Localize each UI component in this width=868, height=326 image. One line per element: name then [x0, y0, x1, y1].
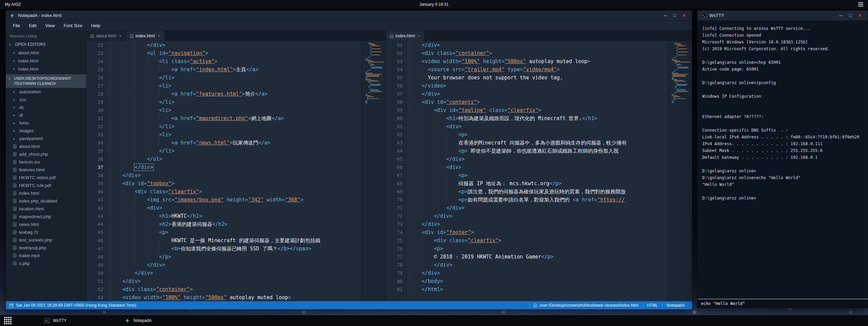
file-item-features.html[interactable]: features.html [6, 166, 86, 174]
open-editor-item[interactable]: ×index.html [6, 57, 86, 65]
file-item-test_sockets.php[interactable]: test_sockets.php [6, 236, 86, 244]
file-item-news.html[interactable]: news.html [6, 220, 86, 228]
code-line: <video width="100%" height="500px" autop… [110, 293, 361, 301]
folder-item-dc[interactable]: ▸dc [6, 103, 86, 111]
wstty-icon: >_ [44, 318, 50, 323]
file-item-index.php_disabled[interactable]: index.php_disabled [6, 197, 86, 205]
terminal-input[interactable] [701, 301, 864, 306]
line-number: 50 [87, 269, 103, 277]
terminal-line: (c) 2019 Microsoft Corporation. All righ… [702, 45, 863, 52]
code-line: <div class="container"> [110, 285, 361, 293]
minimap-line [678, 68, 689, 69]
file-item-location.html[interactable]: location.html [6, 205, 86, 213]
file-item-HKWTC rule.pdf[interactable]: HKWTC rule.pdf [6, 181, 86, 189]
close-editor-icon[interactable]: × [13, 50, 15, 55]
file-item-HKWTC notice.pdf[interactable]: HKWTC notice.pdf [6, 174, 86, 181]
wstty-titlebar[interactable]: >_ WsTTY ─ □ × [697, 11, 868, 21]
code-line: <h2>香港的建築伺服器</h2> [110, 220, 361, 228]
line-number: 81 [386, 285, 403, 293]
minimap-line [672, 59, 673, 59]
minimize-icon[interactable]: ─ [836, 12, 845, 19]
file-item-add_vhost.php[interactable]: add_vhost.php [6, 150, 86, 158]
minimap[interactable] [668, 41, 692, 301]
minimap-line [365, 59, 367, 59]
file-item-x.php[interactable]: x.php [6, 260, 86, 267]
code-line: <div> [409, 163, 668, 171]
line-number-gutter[interactable]: 2223242526272829303132333435363738394041… [87, 41, 108, 301]
menu-file[interactable]: File [8, 23, 24, 28]
minimap-line [368, 81, 380, 82]
folder-item-images[interactable]: ▸images [6, 127, 86, 135]
line-number-gutter[interactable]: 5152535455565758596061626364656667686970… [386, 41, 408, 301]
minimap-line [368, 43, 374, 44]
taskbar-item-wstty[interactable]: >_ WsTTY [41, 315, 70, 326]
minimap-line [673, 98, 685, 99]
terminal-line: Ethernet adapter ?A?????: [702, 113, 863, 120]
folder-item-dl[interactable]: ▸dl [6, 111, 86, 119]
menu-font-size[interactable]: Font Size [59, 23, 87, 28]
code-line: <div> [409, 122, 668, 131]
file-item-favicon.ico[interactable]: favicon.ico [6, 158, 86, 166]
close-tab-icon[interactable]: × [158, 34, 160, 38]
code-line: <a href="news.html">玩家傳送門</a> [110, 139, 361, 147]
file-item-mapredirect.php[interactable]: mapredirect.php [6, 213, 86, 220]
file-item-teabag.7z[interactable]: teabag.7z [6, 228, 86, 236]
file-icon [13, 254, 16, 257]
taskbar-item-notepada[interactable]: NotepadA [121, 315, 155, 326]
code-editor-area[interactable]: </div> <ul id="navigation"> <li class="a… [108, 41, 361, 301]
folder-item-autostation[interactable]: ▸autostation [6, 88, 86, 96]
file-item-about.html[interactable]: about.html [6, 142, 86, 150]
close-icon[interactable]: × [855, 12, 864, 19]
line-number: 51 [87, 277, 103, 285]
close-tab-icon[interactable]: × [418, 34, 420, 38]
minimap-line [675, 81, 686, 82]
menu-edit[interactable]: Edit [24, 23, 41, 28]
line-number: 28 [87, 90, 103, 98]
folder-item-fonts[interactable]: ▸fonts [6, 119, 86, 127]
minimap-line [365, 102, 367, 103]
folder-item-yamlyamiml[interactable]: ▸yamlyamiml [6, 135, 86, 142]
menu-help[interactable]: Help [87, 23, 105, 28]
line-number: 37 [87, 163, 103, 171]
open-editor-item[interactable]: ×index.html [6, 65, 86, 73]
code-line: Your browser does not support the video … [409, 74, 668, 82]
notepada-icon [124, 318, 130, 324]
code-line: </div> [409, 269, 668, 277]
maximize-icon[interactable]: □ [670, 12, 679, 19]
file-item-index.html[interactable]: index.html [6, 189, 86, 197]
terminal-line: D:\golang\aroz online>echo "Hello World" [702, 174, 863, 181]
folder-item-css[interactable]: ▸css [6, 96, 86, 103]
terminal-output[interactable]: [info] Connecting to arozos WsTTY servic… [697, 21, 868, 299]
editor-tab-index.html[interactable]: index.html× [386, 31, 425, 41]
minimap-line [672, 94, 673, 95]
workspace-folder-header[interactable]: ▾ USER:/DESKTOP/SCREENSHOT /TEST/WWW CLE… [6, 74, 86, 88]
code-line: </li> [110, 147, 361, 155]
close-icon[interactable]: × [680, 12, 689, 19]
minimap-line [676, 69, 678, 70]
menu-view[interactable]: View [41, 23, 59, 28]
editor-tab-index.html[interactable]: index.html× [126, 31, 165, 41]
code-line: <div class="clearfix"> [110, 188, 361, 196]
minimap-line [676, 50, 678, 50]
code-line: </div> [110, 163, 361, 171]
notepad-titlebar[interactable]: NotepadA - index.html ─ □ × [6, 11, 692, 21]
close-editor-icon[interactable]: × [13, 66, 15, 72]
hamburger-menu-icon[interactable] [858, 2, 863, 6]
file-item-trailer.mp4[interactable]: trailer.mp4 [6, 252, 86, 260]
code-editor-area[interactable]: </div> <div class="container"> <video wi… [408, 41, 668, 301]
app-launcher-icon[interactable] [4, 317, 12, 324]
maximize-icon[interactable]: □ [846, 12, 855, 19]
file-icon [534, 304, 537, 307]
line-number: 22 [87, 41, 103, 49]
minimap[interactable] [361, 41, 386, 301]
editor-tab-about.html[interactable]: about.html× [87, 31, 126, 41]
minimize-icon[interactable]: ─ [661, 12, 670, 19]
close-editor-icon[interactable]: × [13, 58, 15, 63]
chevron-right-icon: ▸ [13, 90, 17, 94]
open-editor-item[interactable]: ×about.html [6, 49, 86, 57]
minimap-line [368, 63, 370, 63]
open-editors-section[interactable]: ▾ OPEN EDITORS [6, 40, 86, 49]
minimap-line [672, 78, 673, 79]
file-item-testmysql.php[interactable]: testmysql.php [6, 244, 86, 252]
close-tab-icon[interactable]: × [119, 34, 121, 38]
